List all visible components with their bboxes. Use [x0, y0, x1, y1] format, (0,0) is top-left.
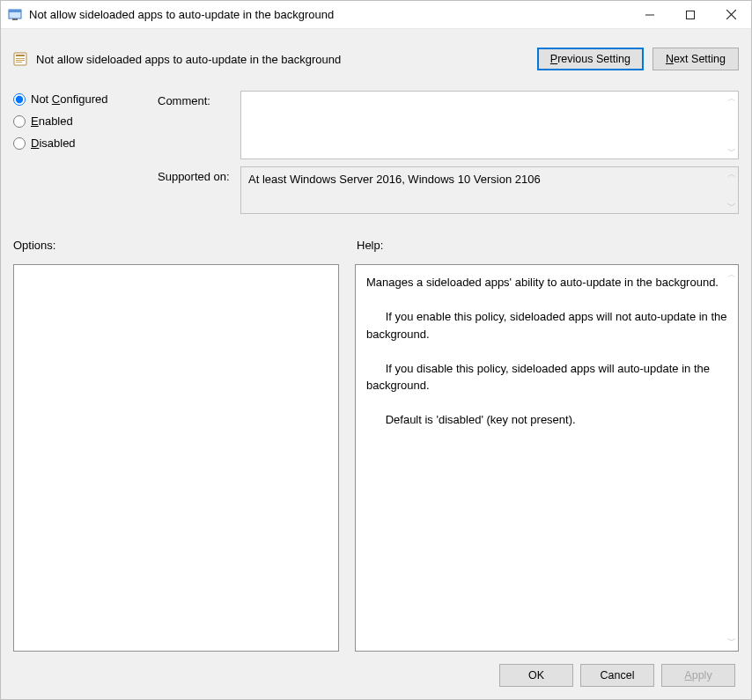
setting-title: Not allow sideloaded apps to auto-update…	[36, 53, 528, 66]
radio-not-configured[interactable]: Not Configured	[13, 92, 154, 106]
radio-disabled-label: Disabled	[31, 136, 76, 150]
apply-button[interactable]: Apply	[661, 664, 735, 687]
svg-rect-8	[16, 55, 25, 56]
help-pane: Manages a sideloaded apps' ability to au…	[355, 264, 739, 652]
policy-icon	[13, 52, 27, 66]
radio-not-configured-input[interactable]	[13, 93, 26, 106]
setting-header: Not allow sideloaded apps to auto-update…	[13, 40, 739, 78]
maximize-button[interactable]	[670, 1, 711, 28]
help-text: Manages a sideloaded apps' ability to au…	[366, 276, 730, 426]
window-controls	[630, 1, 751, 28]
next-u: N	[666, 53, 674, 65]
scroll-up-icon[interactable]: ︿	[726, 94, 736, 103]
cancel-button[interactable]: Cancel	[580, 664, 654, 687]
next-setting-button[interactable]: Next Setting	[652, 48, 739, 70]
help-label: Help:	[357, 239, 383, 252]
titlebar: Not allow sideloaded apps to auto-update…	[1, 1, 751, 29]
supported-on-box: At least Windows Server 2016, Windows 10…	[240, 166, 739, 214]
scroll-down-icon[interactable]: ﹀	[726, 637, 736, 645]
next-post: ext Setting	[674, 53, 726, 65]
radio-enabled-input[interactable]	[13, 115, 26, 128]
svg-rect-1	[9, 10, 21, 12]
options-label: Options:	[13, 239, 339, 252]
dialog-content: Not allow sideloaded apps to auto-update…	[1, 29, 751, 699]
radio-enabled-label: Enabled	[31, 114, 73, 128]
window-title: Not allow sideloaded apps to auto-update…	[29, 8, 630, 21]
comment-label: Comment:	[158, 91, 237, 107]
radio-disabled-input[interactable]	[13, 137, 26, 150]
lower-headers: Options: Help:	[13, 239, 739, 252]
svg-rect-2	[12, 18, 18, 20]
scroll-down-icon[interactable]: ﹀	[726, 202, 736, 210]
radio-not-configured-label: Not Configured	[31, 92, 107, 106]
scroll-up-icon[interactable]: ︿	[726, 270, 736, 279]
scroll-up-icon[interactable]: ︿	[726, 170, 736, 179]
apply-post: pply	[692, 669, 712, 682]
close-button[interactable]	[711, 1, 751, 28]
lower-panes: Manages a sideloaded apps' ability to au…	[13, 264, 739, 652]
footer-buttons: OK Cancel Apply	[13, 652, 739, 692]
minimize-button[interactable]	[630, 1, 670, 28]
ok-button[interactable]: OK	[499, 664, 573, 687]
radio-enabled[interactable]: Enabled	[13, 114, 154, 128]
svg-rect-9	[16, 58, 25, 59]
scroll-down-icon[interactable]: ﹀	[726, 147, 736, 156]
comment-textarea[interactable]: ︿ ﹀	[240, 91, 739, 159]
options-pane	[13, 264, 339, 652]
radio-disabled[interactable]: Disabled	[13, 136, 154, 150]
supported-on-text: At least Windows Server 2016, Windows 10…	[248, 173, 541, 186]
gpedit-icon	[8, 8, 22, 22]
svg-rect-10	[16, 60, 25, 61]
svg-rect-11	[16, 62, 22, 63]
prev-post: revious Setting	[557, 53, 630, 65]
prev-u: P	[550, 53, 557, 65]
supported-on-label: Supported on:	[158, 166, 237, 183]
previous-setting-button[interactable]: Previous Setting	[537, 48, 644, 70]
svg-rect-4	[687, 11, 695, 18]
apply-u: A	[684, 669, 691, 682]
state-radio-group: Not Configured Enabled Disabled	[13, 91, 154, 150]
config-grid: Not Configured Enabled Disabled Comment:…	[13, 91, 739, 221]
